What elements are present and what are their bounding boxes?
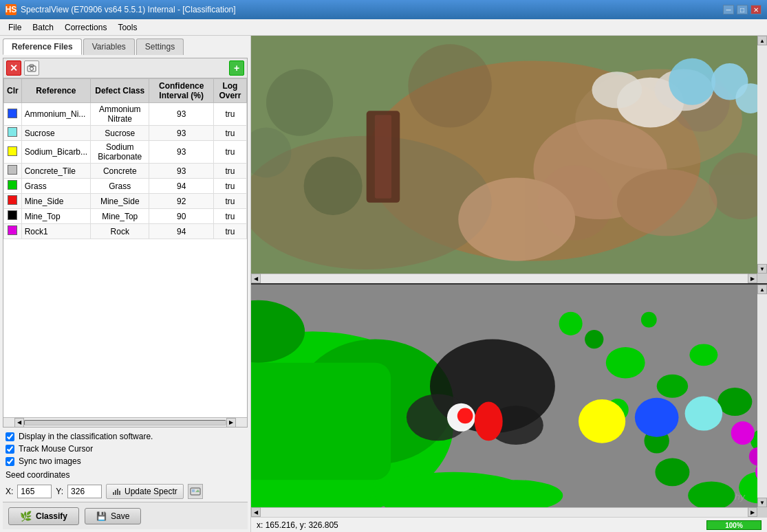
scroll-left[interactable]: ◀ (14, 418, 24, 428)
top-image-wrapper: ▲ ▼ (251, 36, 767, 274)
top-image-svg (251, 36, 757, 274)
table-row[interactable]: Sodium_Bicarb...Sodium Bicarbonate93tru (4, 141, 247, 164)
menu-corrections[interactable]: Corrections (59, 21, 112, 34)
display-option-row: Display in the classification software. (6, 432, 245, 441)
svg-rect-8 (192, 489, 195, 492)
svg-point-55 (641, 312, 657, 328)
classify-label: Classify (36, 511, 67, 521)
display-checkbox[interactable] (6, 432, 14, 441)
bottom-image-scrollbar-h[interactable]: ◀ ▶ (251, 507, 767, 517)
tab-settings[interactable]: Settings (136, 38, 184, 55)
image-pick-button[interactable] (188, 484, 203, 499)
svg-text:hy: hy (735, 491, 746, 502)
close-button[interactable]: ✕ (750, 5, 761, 14)
color-cell (4, 141, 22, 164)
reference-cell: Grass (21, 179, 90, 194)
sync-images-row: Sync two images (6, 456, 245, 466)
camera-button[interactable] (24, 60, 39, 76)
defect-class-cell: Sodium Bicarbonate (91, 141, 149, 164)
defect-class-cell: Mine_Side (91, 194, 149, 209)
table-row[interactable]: Rock1Rock94tru (4, 224, 247, 239)
classify-icon: 🌿 (20, 511, 32, 522)
table-row[interactable]: GrassGrass94tru (4, 179, 247, 194)
log-overr-cell: tru (213, 141, 246, 164)
svg-point-47 (689, 344, 717, 366)
scroll-track-h-bottom[interactable] (261, 507, 748, 517)
table-row[interactable]: Concrete_TileConcrete93tru (4, 164, 247, 179)
menu-batch[interactable]: Batch (27, 21, 59, 34)
scroll-up-button-bottom[interactable]: ▲ (757, 285, 767, 294)
table-row[interactable]: Mine_SideMine_Side92tru (4, 194, 247, 209)
add-reference-button[interactable]: + (229, 60, 244, 76)
col-confidence: Confidence Interval (%) (149, 79, 213, 103)
titlebar: HS SpectralView (E70906 vs64 5.5.1) Inte… (0, 0, 767, 19)
confidence-cell: 93 (149, 164, 213, 179)
table-row[interactable]: Ammonium_Ni...Ammonium Nitrate93tru (4, 103, 247, 126)
svg-point-46 (657, 375, 688, 398)
color-cell (4, 164, 22, 179)
save-button[interactable]: 💾 Save (85, 508, 141, 524)
top-image-main[interactable] (251, 36, 757, 274)
menu-tools[interactable]: Tools (112, 21, 142, 34)
svg-point-51 (655, 458, 689, 486)
confidence-cell: 93 (149, 126, 213, 141)
menu-file[interactable]: File (3, 21, 27, 34)
table-row[interactable]: SucroseSucrose93tru (4, 126, 247, 141)
defect-class-cell: Mine_Top (91, 209, 149, 224)
app-icon: HS (6, 4, 17, 15)
y-label: Y: (56, 487, 63, 496)
update-spectr-button[interactable]: Update Spectr (106, 484, 184, 499)
bottom-bar: 🌿 Classify 💾 Save (3, 502, 248, 529)
tab-reference-files[interactable]: Reference Files (3, 38, 82, 55)
classify-button[interactable]: 🌿 Classify (8, 507, 79, 525)
sync-images-checkbox[interactable] (6, 457, 14, 466)
bottom-image-main[interactable]: hy (251, 285, 757, 507)
x-label: X: (6, 487, 13, 496)
reference-cell: Concrete_Tile (21, 164, 90, 179)
track-mouse-checkbox[interactable] (6, 445, 14, 454)
minimize-button[interactable]: ─ (723, 5, 734, 14)
svg-rect-42 (251, 363, 391, 480)
col-clr: Clr (4, 79, 22, 103)
svg-point-66 (685, 397, 723, 431)
svg-rect-3 (113, 492, 114, 495)
x-input[interactable] (17, 485, 52, 498)
scroll-up-button-top[interactable]: ▲ (757, 36, 767, 45)
reference-cell: Rock1 (21, 224, 90, 239)
svg-point-53 (559, 312, 583, 335)
table-scroll[interactable]: Clr Reference Defect Class Confidence In… (3, 78, 247, 417)
scroll-right-button-bottom[interactable]: ▶ (748, 507, 757, 517)
scroll-down-button-bottom[interactable]: ▼ (757, 498, 767, 507)
menubar: File Batch Corrections Tools (0, 19, 767, 36)
scroll-right[interactable]: ▶ (226, 418, 236, 428)
log-overr-cell: tru (213, 126, 246, 141)
bottom-image-scrollbar-v[interactable]: ▲ ▼ (757, 285, 767, 507)
table-scrollbar-h[interactable]: ◀ ▶ (3, 417, 247, 427)
delete-button[interactable]: ✕ (6, 60, 21, 76)
top-image-scrollbar-v[interactable]: ▲ ▼ (757, 36, 767, 274)
scroll-left-button-bottom[interactable]: ◀ (251, 507, 261, 517)
scroll-right-button-top[interactable]: ▶ (748, 274, 757, 283)
window-controls: ─ □ ✕ (723, 5, 761, 14)
top-image-section: ▲ ▼ ◀ ▶ (251, 36, 767, 285)
col-log-overr: Log Overr (213, 79, 246, 103)
scroll-down-button-top[interactable]: ▼ (757, 264, 767, 274)
svg-point-17 (304, 157, 363, 215)
tab-bar: Reference Files Variables Settings (3, 38, 248, 55)
defect-class-cell: Rock (91, 224, 149, 239)
reference-cell: Sucrose (21, 126, 90, 141)
y-input[interactable] (67, 485, 102, 498)
table-row[interactable]: Mine_TopMine_Top90tru (4, 209, 247, 224)
scroll-track-h-top[interactable] (261, 274, 748, 283)
defect-class-cell: Concrete (91, 164, 149, 179)
col-reference: Reference (21, 79, 90, 103)
svg-point-48 (717, 388, 752, 416)
svg-point-1 (30, 67, 34, 71)
scroll-left-button-top[interactable]: ◀ (251, 274, 261, 283)
color-cell (4, 194, 22, 209)
svg-rect-26 (375, 115, 391, 198)
top-image-scrollbar-h[interactable]: ◀ ▶ (251, 274, 767, 283)
scroll-track-h[interactable] (24, 420, 226, 425)
tab-variables[interactable]: Variables (83, 38, 135, 55)
maximize-button[interactable]: □ (737, 5, 748, 14)
